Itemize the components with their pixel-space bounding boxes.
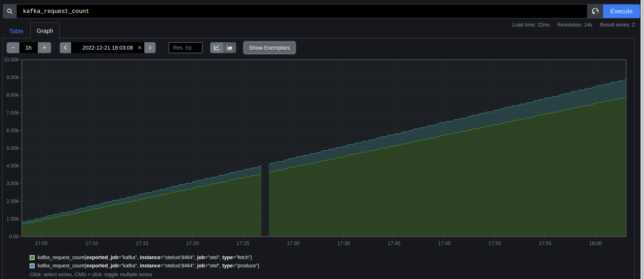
stacked-area-chart: 0.001.00k2.00k3.00k4.00k5.00k6.00k7.00k8…	[0, 0, 644, 279]
x-axis-label: 17:45	[438, 241, 451, 246]
graph-plot-area[interactable]	[22, 60, 626, 237]
x-axis-label: 17:20	[186, 241, 199, 246]
x-axis-label: 17:55	[539, 241, 552, 246]
x-axis-label: 17:50	[488, 241, 501, 246]
legend-metric: kafka_request_count{exported_job="kafka"…	[38, 255, 252, 261]
y-axis-label: 8.00k	[6, 92, 19, 98]
x-axis-label: 17:05	[35, 241, 48, 246]
x-axis-label: 17:10	[85, 241, 98, 246]
chart-legend: kafka_request_count{exported_job="kafka"…	[30, 255, 260, 278]
x-axis-label: 17:30	[287, 241, 300, 246]
y-axis-label: 6.00k	[6, 128, 19, 133]
y-axis-label: 4.00k	[6, 163, 19, 169]
x-axis-label: 18:00	[589, 241, 602, 246]
y-axis-label: 10.00k	[4, 57, 19, 62]
y-axis-label: 7.00k	[6, 110, 19, 116]
y-axis-label: 3.00k	[6, 181, 19, 186]
scrollbar-thumb[interactable]	[641, 0, 644, 279]
y-axis-label: 5.00k	[6, 145, 19, 151]
legend-series[interactable]: kafka_request_count{exported_job="kafka"…	[30, 263, 260, 269]
x-axis-label: 17:15	[136, 241, 148, 246]
x-axis-label: 17:35	[337, 241, 350, 246]
legend-series[interactable]: kafka_request_count{exported_job="kafka"…	[30, 255, 260, 261]
legend-swatch	[30, 255, 34, 260]
y-axis-label: 0.00	[9, 234, 19, 239]
scrollbar[interactable]	[640, 0, 644, 279]
legend-metric: kafka_request_count{exported_job="kafka"…	[38, 263, 260, 269]
x-axis-label: 17:25	[236, 241, 249, 246]
y-axis-label: 1.00k	[6, 216, 19, 222]
legend-hint: Click: select series, CMD + click: toggl…	[30, 272, 260, 278]
x-axis-label: 17:40	[388, 241, 400, 246]
legend-swatch	[30, 264, 34, 268]
tab-graph[interactable]: Graph	[30, 22, 60, 39]
y-axis-label: 9.00k	[6, 74, 19, 80]
y-axis-label: 2.00k	[6, 199, 19, 204]
